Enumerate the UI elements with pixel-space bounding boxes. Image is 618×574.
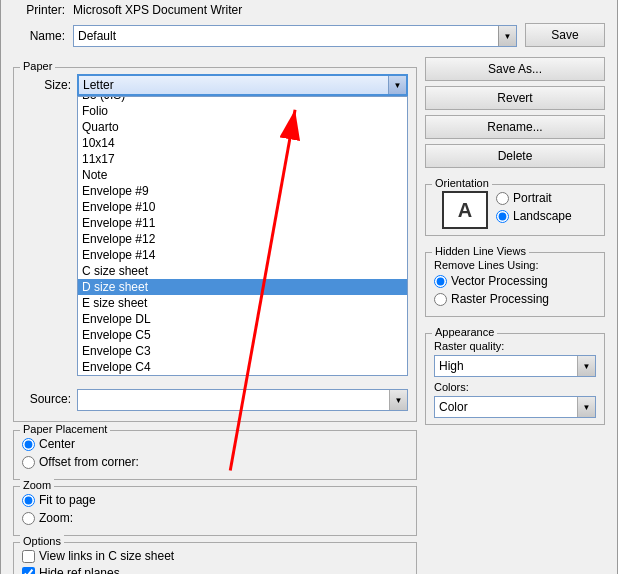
raster-radio[interactable] <box>434 293 447 306</box>
list-item[interactable]: Envelope C5 <box>78 327 407 343</box>
paper-group: Paper Size: Letter ▼ LetterLetter SmallT… <box>13 67 417 422</box>
list-item[interactable]: E size sheet <box>78 295 407 311</box>
landscape-row: Landscape <box>496 209 572 223</box>
list-item[interactable]: 11x17 <box>78 151 407 167</box>
raster-quality-arrow: ▼ <box>577 356 595 376</box>
list-item[interactable]: 10x14 <box>78 135 407 151</box>
list-item[interactable]: Envelope C4 <box>78 359 407 375</box>
list-item[interactable]: Envelope #14 <box>78 247 407 263</box>
revert-button[interactable]: Revert <box>425 86 605 110</box>
offset-label: Offset from corner: <box>39 455 139 469</box>
appearance-group: Appearance Raster quality: High ▼ Colors… <box>425 333 605 425</box>
source-label: Source: <box>22 392 77 406</box>
offset-row: Offset from corner: <box>22 455 408 469</box>
save-button[interactable]: Save <box>525 23 605 47</box>
right-panel: Save As... Revert Rename... Delete Orien… <box>425 57 605 574</box>
raster-row: Raster Processing <box>434 292 596 306</box>
rename-button[interactable]: Rename... <box>425 115 605 139</box>
list-item[interactable]: B5 (JIS) <box>78 96 407 103</box>
print-setup-dialog: Print Setup ? ✕ Printer: Microsoft XPS D… <box>0 0 618 574</box>
save-as-button[interactable]: Save As... <box>425 57 605 81</box>
hidden-line-views-group: Hidden Line Views Remove Lines Using: Ve… <box>425 252 605 317</box>
list-item[interactable]: C size sheet <box>78 263 407 279</box>
option-row-2: Hide ref planes <box>22 566 408 574</box>
paper-group-title: Paper <box>20 60 55 72</box>
remove-label: Remove Lines Using: <box>434 259 596 271</box>
fit-radio[interactable] <box>22 494 35 507</box>
zoom-group: Zoom Fit to page Zoom: <box>13 486 417 536</box>
list-item[interactable]: Note <box>78 167 407 183</box>
printer-label: Printer: <box>13 3 73 17</box>
size-value: Letter <box>79 78 388 92</box>
vector-radio[interactable] <box>434 275 447 288</box>
portrait-label: Portrait <box>513 191 552 205</box>
size-dropdown[interactable]: Letter ▼ <box>77 74 408 96</box>
list-item[interactable]: Envelope C3 <box>78 343 407 359</box>
zoom-title: Zoom <box>20 479 54 491</box>
name-dropdown-value: Default <box>74 29 498 43</box>
source-dropdown-arrow: ▼ <box>389 390 407 410</box>
list-item[interactable]: Folio <box>78 103 407 119</box>
offset-radio[interactable] <box>22 456 35 469</box>
vector-row: Vector Processing <box>434 274 596 288</box>
portrait-row: Portrait <box>496 191 572 205</box>
name-dropdown-arrow: ▼ <box>498 26 516 46</box>
landscape-radio[interactable] <box>496 210 509 223</box>
source-dropdown-container: ▼ <box>77 386 408 411</box>
size-dropdown-container: Letter ▼ LetterLetter SmallTabloidLedger… <box>77 74 408 96</box>
list-item[interactable]: Quarto <box>78 119 407 135</box>
main-content: Paper Size: Letter ▼ LetterLetter SmallT… <box>13 57 605 574</box>
vector-label: Vector Processing <box>451 274 548 288</box>
option-check-1[interactable] <box>22 550 35 563</box>
orientation-group: Orientation A Portrait La <box>425 184 605 236</box>
list-item[interactable]: Envelope #10 <box>78 199 407 215</box>
list-item[interactable]: Envelope #12 <box>78 231 407 247</box>
orient-visual: A <box>434 191 488 229</box>
list-item[interactable]: Envelope #9 <box>78 183 407 199</box>
landscape-label: Landscape <box>513 209 572 223</box>
size-dropdown-list[interactable]: LetterLetter SmallTabloidLedgerLegalStat… <box>77 96 408 376</box>
option-label-1: View links in C size sheet <box>39 549 174 563</box>
appearance-title: Appearance <box>432 326 497 338</box>
printer-row: Printer: Microsoft XPS Document Writer <box>13 3 605 17</box>
size-label: Size: <box>22 78 77 92</box>
name-dropdown[interactable]: Default ▼ <box>73 25 517 47</box>
left-panel: Paper Size: Letter ▼ LetterLetter SmallT… <box>13 57 417 574</box>
name-label: Name: <box>13 29 73 43</box>
source-row: Source: ▼ <box>22 386 408 411</box>
orientation-icon: A <box>442 191 488 229</box>
placement-title: Paper Placement <box>20 423 110 435</box>
raster-quality-dropdown[interactable]: High ▼ <box>434 355 596 377</box>
zoom-radio[interactable] <box>22 512 35 525</box>
dialog-body: Printer: Microsoft XPS Document Writer N… <box>1 0 617 574</box>
size-row: Size: Letter ▼ LetterLetter SmallTabloid… <box>22 74 408 96</box>
center-row: Center <box>22 437 408 451</box>
orientation-title: Orientation <box>432 177 492 189</box>
list-item[interactable]: Envelope DL <box>78 311 407 327</box>
fit-row: Fit to page <box>22 493 408 507</box>
orient-radios: Portrait Landscape <box>496 191 572 227</box>
zoom-label: Zoom: <box>39 511 73 525</box>
hlv-title: Hidden Line Views <box>432 245 529 257</box>
option-label-2: Hide ref planes <box>39 566 120 574</box>
source-dropdown[interactable]: ▼ <box>77 389 408 411</box>
raster-label: Raster Processing <box>451 292 549 306</box>
delete-button[interactable]: Delete <box>425 144 605 168</box>
name-dropdown-container: Default ▼ <box>73 25 517 47</box>
list-item[interactable]: D size sheet <box>78 279 407 295</box>
list-item[interactable]: Envelope #11 <box>78 215 407 231</box>
name-row: Name: Default ▼ Save <box>13 23 605 49</box>
printer-name: Microsoft XPS Document Writer <box>73 3 605 17</box>
colors-value: Color <box>435 400 577 414</box>
fit-label: Fit to page <box>39 493 96 507</box>
zoom-row: Zoom: <box>22 511 408 525</box>
action-buttons: Save As... Revert Rename... Delete <box>425 57 605 170</box>
options-title: Options <box>20 535 64 547</box>
center-radio[interactable] <box>22 438 35 451</box>
size-dropdown-arrow: ▼ <box>388 76 406 94</box>
raster-quality-value: High <box>435 359 577 373</box>
colors-dropdown[interactable]: Color ▼ <box>434 396 596 418</box>
options-group: Options View links in C size sheet Hide … <box>13 542 417 574</box>
option-check-2[interactable] <box>22 567 35 575</box>
portrait-radio[interactable] <box>496 192 509 205</box>
